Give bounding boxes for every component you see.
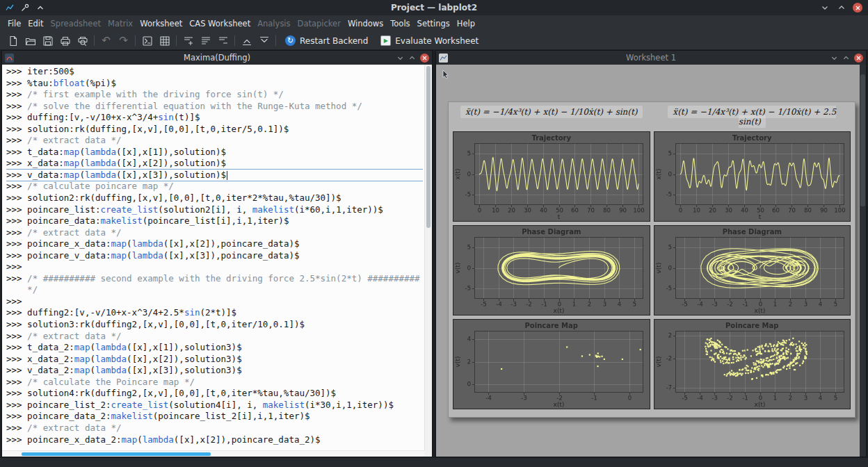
cas-line[interactable]: >>> solution3:rk(duffing2,[x,v],[0,0],[t… [6,319,423,331]
cas-line[interactable]: >>> v_data:map(lambda([x],x[3]),solution… [6,170,423,181]
cas-horizontal-scrollbar[interactable] [2,450,424,457]
cas-shade-icon[interactable] [396,51,404,65]
cas-line[interactable]: >>> iter:500$ [6,66,423,78]
print-preview-button[interactable] [74,33,91,49]
worksheet-shade-icon[interactable] [830,51,838,65]
cas-horizontal-scrollbar-thumb[interactable] [22,452,211,456]
worksheet-scrollbar-thumb[interactable] [860,74,865,206]
cas-code[interactable]: >>> iter:500$>>> %tau:bfloat(%pi)$>>> /*… [6,66,423,450]
cas-line[interactable]: >>> poincare_x_data:map(lambda([x],x[2])… [6,238,423,250]
cas-prompt: >>> [6,192,27,203]
cas-line[interactable]: >>> solution:rk(duffing,[x,v],[0,0],[t,0… [6,124,423,136]
plot-canvas[interactable] [654,132,851,221]
cas-line[interactable]: >>> poincare_data:makelist(poincare_list… [6,215,423,227]
cas-line[interactable]: >>> /* extract data */ [6,331,423,343]
plot-phase-diagram-right[interactable]: Phase Diagram [654,225,851,316]
cas-line[interactable]: >>> */ [6,284,423,296]
worksheet-page[interactable]: ẍ(t) = −1/4x³(t) + x(t) − 1/10ẋ(t) + sin… [448,101,855,418]
menu-cas-worksheet[interactable]: CAS Worksheet [186,16,254,31]
cas-titlebar[interactable]: Maxima(Duffing) [2,51,432,65]
cas-line[interactable]: >>> poincare_v_data:map(lambda([x],x[3])… [6,250,423,262]
plot-canvas[interactable] [654,226,851,315]
cas-line[interactable]: >>> /* calculate the Poincare map */ [6,377,423,388]
save-document-button[interactable] [39,33,56,49]
collapse-results-button[interactable] [238,33,255,49]
menu-help[interactable]: Help [453,16,479,31]
evaluate-worksheet-button[interactable]: ▶ Evaluate Worksheet [374,34,485,47]
new-cas-worksheet-button[interactable] [138,33,156,49]
cas-vertical-scrollbar-thumb[interactable] [426,66,431,228]
cas-close-button[interactable] [420,54,429,63]
cas-line[interactable]: >>> solution4:rk(duffing2,[x,v],[0,0],[t… [6,388,423,400]
cas-line[interactable]: >>> /* solve the differential equation w… [6,101,423,113]
plot-canvas[interactable] [453,132,650,221]
expand-results-button[interactable] [255,33,273,49]
cas-line[interactable]: >>> x_data:map(lambda([x],x[2]),solution… [6,158,423,170]
menu-worksheet[interactable]: Worksheet [136,16,186,31]
worksheet-view[interactable]: ẍ(t) = −1/4x³(t) + x(t) − 1/10ẋ(t) + sin… [436,65,866,457]
plot-canvas[interactable] [453,226,650,315]
select-cursor-icon[interactable] [440,67,452,80]
cas-vertical-scrollbar[interactable] [424,65,432,450]
shade-icon[interactable] [819,3,830,13]
equation-label-1[interactable]: ẍ(t) = −1/4x³(t) + x(t) − 1/10ẋ(t) + sin… [453,107,650,126]
cas-maximize-icon[interactable] [408,51,416,65]
menu-tools[interactable]: Tools [387,16,413,31]
cas-line[interactable]: >>> %tau:bfloat(%pi)$ [6,78,423,90]
cas-line[interactable]: >>> poincare_x_data_2:map(lambda([x],x[2… [6,434,423,446]
cas-prompt: >>> [6,101,27,111]
menu-edit[interactable]: Edit [24,16,47,31]
cas-line[interactable]: >>> duffing:[v,-v/10+x-x^3/4+sin(t)]$ [6,112,423,124]
cas-line[interactable]: >>> /* extract data */ [6,135,423,147]
restart-backend-button[interactable]: ↻ Restart Backend [279,34,374,47]
cas-line[interactable]: >>> t_data_2:map(lambda([x],x[1]),soluti… [6,342,423,354]
worksheet-scrollbar[interactable] [860,65,866,457]
cas-prompt: >>> [6,158,27,168]
plot-poincare-map-right[interactable]: Poincare Map [654,319,851,409]
print-button[interactable] [56,33,74,49]
plot-canvas[interactable] [453,320,650,409]
insert-command-entry-button[interactable] [179,33,197,49]
close-button[interactable] [853,3,862,13]
worksheet-close-button[interactable] [854,54,863,63]
equation-label-2[interactable]: ẍ(t) = −1/4x³(t) + x(t) − 1/10ẋ(t) + 2.5… [654,107,851,126]
new-document-button[interactable] [4,33,22,49]
menu-settings[interactable]: Settings [414,16,453,31]
open-folder-button[interactable] [22,33,39,49]
cas-line[interactable]: >>> /* first example with the driving fo… [6,89,423,101]
cas-line[interactable]: >>> [6,296,423,308]
cas-line[interactable]: >>> [6,261,423,273]
worksheet-maximize-icon[interactable] [842,51,850,65]
keep-above-icon[interactable] [35,3,45,13]
worksheet-titlebar[interactable]: Worksheet 1 [436,51,866,65]
show-grid-button[interactable] [156,33,173,49]
plot-poincare-map-left[interactable]: Poincare Map [453,319,650,409]
maximize-icon[interactable] [836,3,846,13]
cas-line[interactable]: >>> poincare_data_2:makelist(poincare_li… [6,411,423,423]
plot-phase-diagram-left[interactable]: Phase Diagram [453,225,650,316]
cas-editor[interactable]: >>> iter:500$>>> %tau:bfloat(%pi)$>>> /*… [2,65,432,457]
plot-canvas[interactable] [654,320,851,409]
cas-line[interactable]: >>> /* calculate poincare map */ [6,181,423,192]
cas-line[interactable]: >>> poincare_list_2:create_list(solution… [6,400,423,411]
cas-line[interactable]: >>> duffing2:[v,-v/10+x-x^3/4+2.5*sin(2*… [6,307,423,319]
cas-line[interactable]: >>> /* extract data */ [6,227,423,239]
app-icon[interactable] [4,3,15,13]
plot-title: Phase Diagram [453,228,650,236]
cas-prompt: >>> [6,411,27,421]
cas-line[interactable]: >>> /* ########## second example with th… [6,273,423,285]
insert-text-entry-button[interactable] [197,33,214,49]
cas-line[interactable]: >>> t_data:map(lambda([x],x[1]),solution… [6,147,423,158]
plot-trajectory-right[interactable]: Trajectory [654,131,851,222]
menu-file[interactable]: File [4,16,24,31]
tools-icon[interactable] [19,3,30,13]
plot-trajectory-left[interactable]: Trajectory [453,131,650,222]
cas-line[interactable]: >>> /* extract data */ [6,423,423,434]
cas-line[interactable]: >>> v_data_2:map(lambda([x],x[3]),soluti… [6,365,423,377]
code-token: ([x],x[2]),solution)$ [116,158,226,168]
cas-line[interactable]: >>> poincare_list:create_list(solution2[… [6,204,423,216]
menu-windows[interactable]: Windows [344,16,387,31]
cas-line[interactable]: >>> solution2:rk(duffing,[x,v],[0,0],[t,… [6,192,423,204]
remove-entry-button[interactable] [214,33,232,49]
cas-line[interactable]: >>> x_data_2:map(lambda([x],x[2]),soluti… [6,354,423,366]
